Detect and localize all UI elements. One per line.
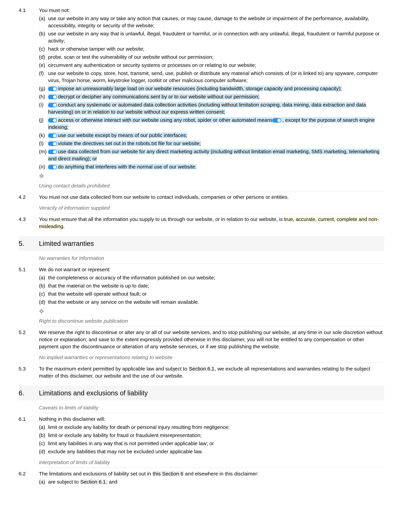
subitem-l: (l)violate the directives set out in the… [39,140,384,147]
clause-number: 4.3 [19,216,39,230]
clause-lead-text: The limitations and exclusions of liabil… [39,470,384,477]
subitem-a: (a)limit or exclude any liability for de… [39,424,384,431]
svg-point-9 [41,310,42,312]
toggle-icon[interactable] [48,165,57,169]
subitem-letter: (j) [39,116,48,131]
subitem-text: the completeness or accuracy of the info… [48,274,384,281]
svg-point-5 [41,309,42,311]
clause-number: 6.2 [19,470,39,485]
clause-body: The limitations and exclusions of liabil… [39,470,384,485]
clause-body: You must not: (a)use our website in any … [39,7,384,170]
toggle-icon[interactable] [48,87,57,91]
subitem-letter: (a) [39,274,48,281]
subitem-f: (f)use our website to copy, store, host,… [39,70,384,84]
subitem-text: access or otherwise interact with our we… [48,116,384,131]
subitem-text: use our website except by means of our p… [48,132,384,139]
clause-5-2: 5.2 We reserve the right to discontinue … [19,329,384,350]
subitem-letter: (c) [39,440,48,447]
subitem-text: circumvent any authentication or securit… [48,62,384,69]
toggle-icon[interactable] [48,118,57,123]
subitem-letter: (e) [39,62,48,69]
subitem-n: (n)do anything that interferes with the … [39,163,384,170]
note-veracity: Veracity of information supplied [39,204,384,213]
subitem-text: hack or otherwise tamper with our websit… [48,45,384,52]
toggle-icon[interactable] [48,150,57,154]
cross-reference[interactable]: this Section 6 [152,471,183,476]
subitem-letter: (f) [39,70,48,84]
svg-point-4 [41,175,42,177]
subitem-text: use our website to copy, store, host, tr… [48,70,384,84]
toggle-icon[interactable] [48,142,57,146]
highlighted-text: violate the directives set out in the ro… [58,140,201,146]
section-number: 6. [19,388,39,398]
subitem-a: (a)are subject to Section 6.1; and [39,478,384,485]
clause-number: 6.1 [19,416,39,455]
clause-number: 5.3 [19,365,39,380]
subitem-c: (c)that the website will operate without… [39,290,384,298]
subitem-letter: (a) [39,478,48,485]
highlighted-text: decrypt or decipher any communications s… [58,94,260,99]
clause-text: You must not use data collected from our… [39,194,384,201]
subitem-b: (b)use our website in any way that is un… [39,30,384,44]
highlighted-text: use data collected from our website for … [48,149,379,161]
section-title: Limitations and exclusions of liability [39,388,384,398]
note-using-contact-details: Using contact details prohibited [39,182,384,191]
section-5-header: 5. Limited warranties [19,236,384,251]
subitem-d: (d)probe, scan or test the vulnerability… [39,53,384,61]
subitem-letter: (d) [39,448,48,455]
subitem-letter: (d) [39,53,48,61]
subitem-text: that the material on the website is up t… [48,282,384,289]
note-discontinue: Right to discontinue website publication [39,317,384,326]
subitem-m: (m)use data collected from our website f… [39,148,384,162]
subitem-text: use data collected from our website for … [48,148,384,162]
subitem-text: limit or exclude any liability for fraud… [48,432,384,439]
subitem-a: (a)the completeness or accuracy of the i… [39,274,384,281]
subitem-a: (a)use our website in any way or take an… [39,15,384,29]
clause-4-1: 4.1 You must not: (a)use our website in … [19,7,384,170]
toggle-icon[interactable] [272,118,281,123]
highlighted-text: conduct any systematic or automated data… [48,102,366,115]
subitem-text: use our website in any way that is unlaw… [48,30,384,44]
clause-4-2: 4.2 You must not use data collected from… [19,194,384,201]
clause-body: We do not warrant or represent: (a)the c… [39,266,384,306]
highlighted-text: do anything that interferes with the nor… [58,164,197,170]
subitem-text: exclude any liabilities that may not be … [48,448,384,455]
clause-5-1: 5.1 We do not warrant or represent: (a)t… [19,266,384,306]
svg-point-3 [42,175,44,177]
note-interpretation: Interpretation of limits of liability [39,459,384,468]
subitem-letter: (a) [39,424,48,431]
note-no-warranties: No warranties for information [39,255,384,264]
subitem-h: (h)decrypt or decipher any communication… [39,93,384,100]
cross-reference[interactable]: Section 6.1 [80,479,106,485]
clause-text: You must ensure that all the information… [39,216,384,230]
clause-5-3: 5.3 To the maximum extent permitted by a… [19,365,384,380]
toggle-icon[interactable] [48,95,57,99]
add-widget-icon[interactable] [39,173,384,178]
subitem-letter: (a) [39,15,48,29]
subitem-b: (b)limit or exclude any liability for fr… [39,432,384,439]
cross-reference[interactable]: Section 6.1 [189,366,215,372]
highlighted-text: impose an unreasonably large load on our… [58,86,342,91]
clause-6-1: 6.1 Nothing in this disclaimer will: (a)… [19,416,384,455]
subitem-letter: (k) [39,132,48,139]
svg-point-2 [39,175,41,177]
clause-number: 5.2 [19,329,39,350]
subitem-text: are subject to Section 6.1; and [48,478,384,485]
clause-body: Nothing in this disclaimer will: (a)limi… [39,416,384,455]
subitem-text: do anything that interferes with the nor… [48,163,384,170]
clause-4-3: 4.3 You must ensure that all the informa… [19,216,384,230]
note-no-implied: No implied warranties or representations… [39,354,384,363]
add-widget-icon[interactable] [39,309,384,314]
subitem-text: violate the directives set out in the ro… [48,140,384,147]
toggle-icon[interactable] [48,133,57,138]
subitem-letter: (l) [39,140,48,147]
section-number: 5. [19,239,39,248]
highlighted-text: access or otherwise interact with our we… [58,117,272,123]
subitem-e: (e)circumvent any authentication or secu… [39,62,384,69]
toggle-icon[interactable] [48,103,57,107]
subitem-letter: (g) [39,85,48,92]
subitem-letter: (m) [39,148,48,162]
subitem-b: (b)that the material on the website is u… [39,282,384,289]
svg-point-6 [41,312,42,313]
subitem-text: decrypt or decipher any communications s… [48,93,384,100]
